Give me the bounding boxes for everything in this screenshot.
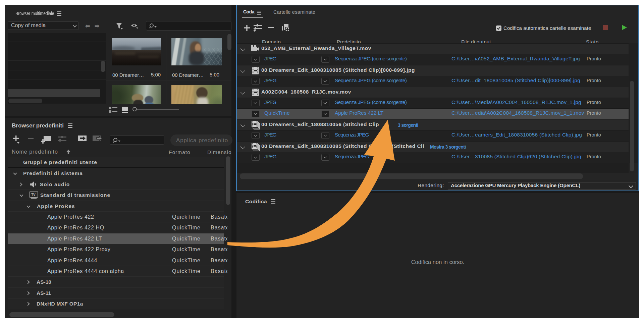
svg-text:TV: TV [31, 193, 36, 197]
